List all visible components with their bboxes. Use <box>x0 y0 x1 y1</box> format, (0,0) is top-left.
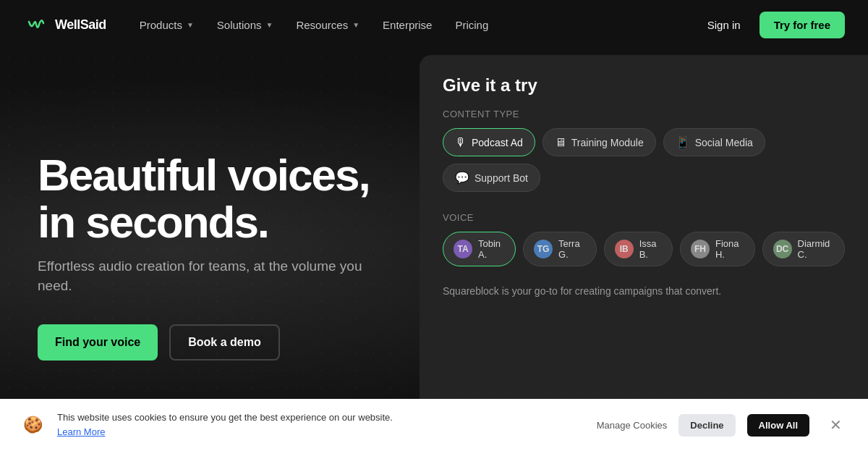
monitor-icon: 🖥 <box>555 136 566 149</box>
voice-chip-issa[interactable]: IB Issa B. <box>604 232 673 266</box>
avatar-tobin: TA <box>454 240 472 258</box>
nav-item-enterprise[interactable]: Enterprise <box>373 13 442 37</box>
hero-buttons: Find your voice Book a demo <box>38 324 385 361</box>
avatar-terra: TG <box>534 240 553 258</box>
cookie-actions: Manage Cookies Decline Allow All ✕ <box>597 413 845 437</box>
voice-chip-terra[interactable]: TG Terra G. <box>523 232 597 266</box>
logo-link[interactable]: WellSaid <box>23 12 106 38</box>
phone-icon: 📱 <box>676 135 690 149</box>
find-voice-button[interactable]: Find your voice <box>38 324 158 361</box>
avatar-diarmid: DC <box>773 240 792 258</box>
allow-all-button[interactable]: Allow All <box>747 414 809 437</box>
panel-title: Give it a try <box>443 75 845 96</box>
voice-chip-tobin[interactable]: TA Tobin A. <box>443 232 516 266</box>
content-chip-support-bot[interactable]: 💬 Support Bot <box>443 164 540 192</box>
hero-right: Give it a try Content type 🎙 Podcast Ad … <box>420 49 868 451</box>
avatar-fiona: FH <box>691 240 710 258</box>
nav-item-products[interactable]: Products ▼ <box>129 13 204 37</box>
chevron-down-icon: ▼ <box>266 21 273 29</box>
try-panel: Give it a try Content type 🎙 Podcast Ad … <box>420 55 868 451</box>
hero-title: Beautiful voices, in seconds. <box>38 151 385 245</box>
cookie-banner: 🍪 This website uses cookies to ensure yo… <box>0 399 868 451</box>
hero-left: Beautiful voices, in seconds. Effortless… <box>0 49 420 451</box>
book-demo-button[interactable]: Book a demo <box>169 324 279 361</box>
logo-text: WellSaid <box>55 17 106 33</box>
wellsaid-logo-icon <box>23 12 49 38</box>
navigation: WellSaid Products ▼ Solutions ▼ Resource… <box>0 0 868 49</box>
avatar-issa: IB <box>615 240 634 258</box>
preview-text: Squareblock is your go-to for creating c… <box>443 284 845 299</box>
nav-item-resources[interactable]: Resources ▼ <box>286 13 370 37</box>
chat-icon: 💬 <box>455 171 469 185</box>
content-type-label: Content type <box>443 109 845 119</box>
manage-cookies-button[interactable]: Manage Cookies <box>597 420 668 431</box>
learn-more-link[interactable]: Learn More <box>57 426 582 439</box>
hero-section: Beautiful voices, in seconds. Effortless… <box>0 49 868 451</box>
content-types: 🎙 Podcast Ad 🖥 Training Module 📱 Social … <box>443 128 845 192</box>
cookie-text: This website uses cookies to ensure you … <box>57 411 582 439</box>
chevron-down-icon: ▼ <box>187 21 194 29</box>
nav-item-pricing[interactable]: Pricing <box>445 13 498 37</box>
content-chip-podcast-ad[interactable]: 🎙 Podcast Ad <box>443 128 535 156</box>
voices-row: TA Tobin A. TG Terra G. IB Issa B. FH Fi… <box>443 232 845 266</box>
voice-chip-diarmid[interactable]: DC Diarmid C. <box>762 232 845 266</box>
nav-item-solutions[interactable]: Solutions ▼ <box>207 13 284 37</box>
close-cookie-button[interactable]: ✕ <box>827 413 845 437</box>
cookie-icon: 🍪 <box>23 416 43 434</box>
voice-label: Voice <box>443 212 845 223</box>
content-chip-training-module[interactable]: 🖥 Training Module <box>542 128 656 156</box>
voices-section: Voice TA Tobin A. TG Terra G. IB Issa B. <box>443 212 845 266</box>
hero-subtitle: Effortless audio creation for teams, at … <box>38 257 385 295</box>
podcast-icon: 🎙 <box>455 136 467 149</box>
decline-button[interactable]: Decline <box>678 414 735 437</box>
content-chip-social-media[interactable]: 📱 Social Media <box>663 128 765 156</box>
nav-right: Sign in Try for free <box>697 12 845 38</box>
nav-items: Products ▼ Solutions ▼ Resources ▼ Enter… <box>129 13 692 37</box>
voice-chip-fiona[interactable]: FH Fiona H. <box>680 232 755 266</box>
try-free-button[interactable]: Try for free <box>760 12 845 38</box>
sign-in-button[interactable]: Sign in <box>697 13 751 37</box>
chevron-down-icon: ▼ <box>352 21 359 29</box>
